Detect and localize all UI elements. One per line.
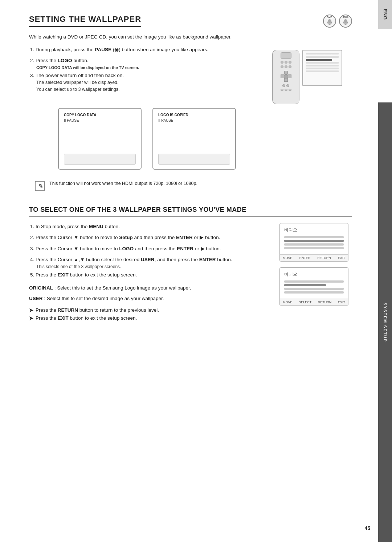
korean-screen-1: 비디오 MOVE ENTER RETURN EXIT — [279, 223, 348, 262]
korean-screen-2-content: 비디오 — [280, 268, 348, 299]
korean-bar-2-2 — [284, 284, 326, 286]
screen-boxes: COPY LOGO DATA II PAUSE LOGO IS COPIED I… — [58, 108, 352, 170]
s2-step-2: Press the Cursor ▼ button to move to Set… — [36, 234, 269, 241]
user-note: USER : Select this to set the desired im… — [29, 295, 269, 302]
press-lines: ➤ Press the RETURN button to return to t… — [29, 307, 269, 321]
press-return-text: Press the RETURN button to return to the… — [36, 307, 159, 313]
footer-select-2: SELECT — [299, 300, 311, 304]
screen-box1-sublabel: II PAUSE — [64, 118, 79, 122]
korean-screen-1-footer: MOVE ENTER RETURN EXIT — [280, 254, 348, 261]
disc-icons: DVD JPEG — [323, 15, 352, 28]
note-icon: ✎ — [35, 181, 45, 191]
press-exit-text: Press the EXIT button to exit the setup … — [36, 315, 137, 321]
step-2-note: COPY LOGO DATA will be displayed on the … — [36, 65, 265, 71]
section1-title: SETTING THE WALLPAPER — [29, 15, 141, 27]
s2-step-4-note: This selects one of the 3 wallpaper scre… — [36, 263, 269, 270]
note-text: This function will not work when the HDM… — [49, 181, 197, 186]
footer-enter-1: ENTER — [299, 256, 311, 260]
footer-move-2: MOVE — [283, 300, 293, 304]
section2-steps: In Stop mode, press the MENU button. Pre… — [29, 223, 269, 323]
korean-screen-2-footer: MOVE SELECT RETURN EXIT — [280, 299, 348, 306]
korean-bar-1-4 — [284, 247, 344, 249]
original-note: ORIGINAL : Select this to set the Samsun… — [29, 284, 269, 292]
s2-step-4: Press the Cursor ▲,▼ button select the d… — [36, 256, 269, 270]
press-return-line: ➤ Press the RETURN button to return to t… — [29, 307, 269, 313]
step-3-note2: You can select up to 3 wallpaper setting… — [36, 86, 265, 93]
screen-box-copy-logo: COPY LOGO DATA II PAUSE — [58, 108, 142, 170]
step-3: The power will turn off and then back on… — [36, 72, 265, 93]
korean-bar-1-1 — [284, 236, 344, 238]
korean-label-2: 비디오 — [284, 271, 344, 278]
step-3-note1: The selected wallpaper will be displayed… — [36, 79, 265, 86]
section2-title: TO SELECT ONE OF THE 3 WALLPAPER SETTING… — [29, 206, 352, 217]
screen-box2-sublabel: II PAUSE — [158, 118, 173, 122]
screen-box1-label: COPY LOGO DATA — [64, 113, 96, 117]
press-return-arrow: ➤ — [29, 307, 33, 313]
page-number: 45 — [364, 525, 370, 531]
korean-screen-2: 비디오 MOVE SELECT RETURN EXIT — [279, 267, 348, 306]
main-content: SETTING THE WALLPAPER DVD JPEG While wat… — [29, 15, 370, 323]
korean-bar-1-2 — [284, 240, 344, 242]
remote-drawing — [272, 50, 299, 104]
footer-exit-1: EXIT — [338, 256, 345, 260]
dvd-icon: DVD — [323, 15, 336, 28]
s2-step-3: Press the Cursor ▼ button to move to LOG… — [36, 245, 269, 252]
s2-step-5: Press the EXIT button to exit the setup … — [36, 271, 269, 279]
korean-bar-2-3 — [284, 288, 344, 290]
orig-user-notes: ORIGINAL : Select this to set the Samsun… — [29, 284, 269, 302]
korean-bar-1-3 — [284, 243, 344, 246]
note-box: ✎ This function will not work when the H… — [29, 177, 352, 195]
footer-move-1: MOVE — [283, 256, 293, 260]
footer-exit-2: EXIT — [338, 300, 345, 304]
korean-bar-2-1 — [284, 280, 344, 283]
jpeg-icon: JPEG — [339, 15, 352, 28]
section2-layout: In Stop mode, press the MENU button. Pre… — [29, 223, 352, 323]
press-exit-line: ➤ Press the EXIT button to exit the setu… — [29, 315, 269, 321]
screen-box-logo-copied: LOGO IS COPIED II PAUSE — [152, 108, 236, 170]
page-container: SETTING THE WALLPAPER DVD JPEG While wat… — [0, 0, 392, 542]
korean-bar-2-4 — [284, 291, 344, 294]
step-2: Press the LOGO button. COPY LOGO DATA wi… — [36, 57, 265, 70]
korean-screen-1-content: 비디오 — [280, 223, 348, 254]
section2-screens: 비디오 MOVE ENTER RETURN EXIT — [279, 223, 352, 323]
footer-return-1: RETURN — [317, 256, 331, 260]
step-1: During playback, press the PAUSE (◉) but… — [36, 46, 265, 53]
footer-return-2: RETURN — [318, 300, 332, 304]
press-exit-arrow: ➤ — [29, 315, 33, 321]
korean-label-1: 비디오 — [284, 227, 344, 233]
intro-text: While watching a DVD or JPEG CD, you can… — [29, 34, 352, 40]
screen-box2-label: LOGO IS COPIED — [158, 113, 188, 117]
s2-step-1: In Stop mode, press the MENU button. — [36, 223, 269, 230]
small-tv-screen — [302, 50, 342, 86]
